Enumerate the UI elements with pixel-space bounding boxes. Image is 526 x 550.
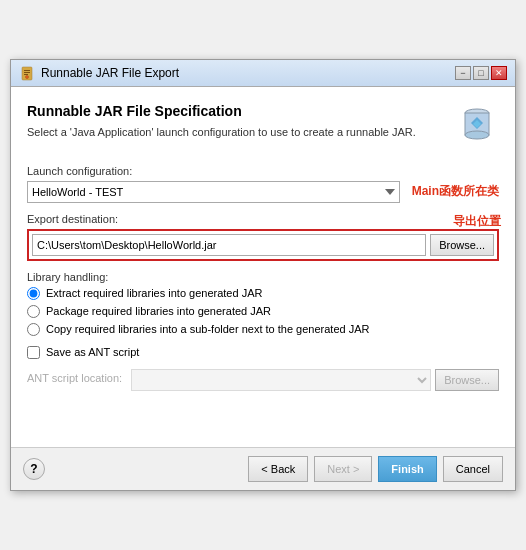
launch-config-section: Launch configuration: HelloWorld - TEST … bbox=[27, 165, 499, 203]
radio-extract[interactable] bbox=[27, 287, 40, 300]
launch-config-annotation: Main函数所在类 bbox=[412, 183, 499, 200]
launch-config-dropdown[interactable]: HelloWorld - TEST bbox=[27, 181, 400, 203]
next-button[interactable]: Next > bbox=[314, 456, 372, 482]
radio-option-0: Extract required libraries into generate… bbox=[27, 287, 499, 300]
svg-rect-1 bbox=[24, 70, 30, 71]
main-window: Runnable JAR File Export − □ ✕ Runnable … bbox=[10, 59, 516, 490]
ant-checkbox-label: Save as ANT script bbox=[46, 346, 139, 358]
window-icon bbox=[19, 65, 35, 81]
header-section: Runnable JAR File Specification Select a… bbox=[27, 103, 499, 154]
back-button[interactable]: < Back bbox=[248, 456, 308, 482]
launch-config-label: Launch configuration: bbox=[27, 165, 499, 177]
export-dest-highlight: Browse... bbox=[27, 229, 499, 261]
title-buttons: − □ ✕ bbox=[455, 66, 507, 80]
spacer bbox=[27, 391, 499, 431]
section-title: Runnable JAR File Specification bbox=[27, 103, 499, 119]
launch-config-row: HelloWorld - TEST Main函数所在类 bbox=[27, 181, 499, 203]
maximize-button[interactable]: □ bbox=[473, 66, 489, 80]
cancel-button[interactable]: Cancel bbox=[443, 456, 503, 482]
content-area: Runnable JAR File Specification Select a… bbox=[11, 87, 515, 446]
window-title: Runnable JAR File Export bbox=[41, 66, 179, 80]
ant-field-label: ANT script location: bbox=[27, 372, 127, 384]
radio-option-1: Package required libraries into generate… bbox=[27, 305, 499, 318]
ant-location-dropdown bbox=[131, 369, 431, 391]
svg-rect-3 bbox=[24, 74, 28, 75]
library-section: Library handling: Extract required libra… bbox=[27, 271, 499, 336]
radio-package-label: Package required libraries into generate… bbox=[46, 305, 271, 317]
library-label: Library handling: bbox=[27, 271, 499, 283]
ant-checkbox-row: Save as ANT script bbox=[27, 346, 499, 359]
footer-right: < Back Next > Finish Cancel bbox=[248, 456, 503, 482]
export-dest-input[interactable] bbox=[32, 234, 426, 256]
radio-copy-label: Copy required libraries into a sub-folde… bbox=[46, 323, 369, 335]
ant-section: Save as ANT script ANT script location: … bbox=[27, 346, 499, 391]
radio-package[interactable] bbox=[27, 305, 40, 318]
svg-rect-2 bbox=[24, 72, 30, 73]
minimize-button[interactable]: − bbox=[455, 66, 471, 80]
title-bar: Runnable JAR File Export − □ ✕ bbox=[11, 60, 515, 87]
footer: ? < Back Next > Finish Cancel bbox=[11, 447, 515, 490]
svg-point-4 bbox=[26, 76, 29, 79]
export-browse-button[interactable]: Browse... bbox=[430, 234, 494, 256]
header-icon-wrap bbox=[455, 103, 499, 150]
radio-extract-label: Extract required libraries into generate… bbox=[46, 287, 262, 299]
finish-button[interactable]: Finish bbox=[378, 456, 436, 482]
ant-checkbox[interactable] bbox=[27, 346, 40, 359]
section-desc: Select a 'Java Application' launch confi… bbox=[27, 125, 499, 140]
footer-left: ? bbox=[23, 458, 45, 480]
export-annotation: 导出位置 bbox=[453, 213, 501, 230]
title-bar-left: Runnable JAR File Export bbox=[19, 65, 179, 81]
svg-point-7 bbox=[465, 131, 489, 139]
ant-location-row: ANT script location: Browse... bbox=[27, 369, 499, 391]
export-dest-section: Export destination: Browse... 导出位置 bbox=[27, 213, 499, 261]
close-button[interactable]: ✕ bbox=[491, 66, 507, 80]
help-button[interactable]: ? bbox=[23, 458, 45, 480]
radio-copy[interactable] bbox=[27, 323, 40, 336]
export-dest-label: Export destination: bbox=[27, 213, 499, 225]
jar-icon bbox=[455, 103, 499, 147]
ant-browse-button[interactable]: Browse... bbox=[435, 369, 499, 391]
radio-option-2: Copy required libraries into a sub-folde… bbox=[27, 323, 499, 336]
